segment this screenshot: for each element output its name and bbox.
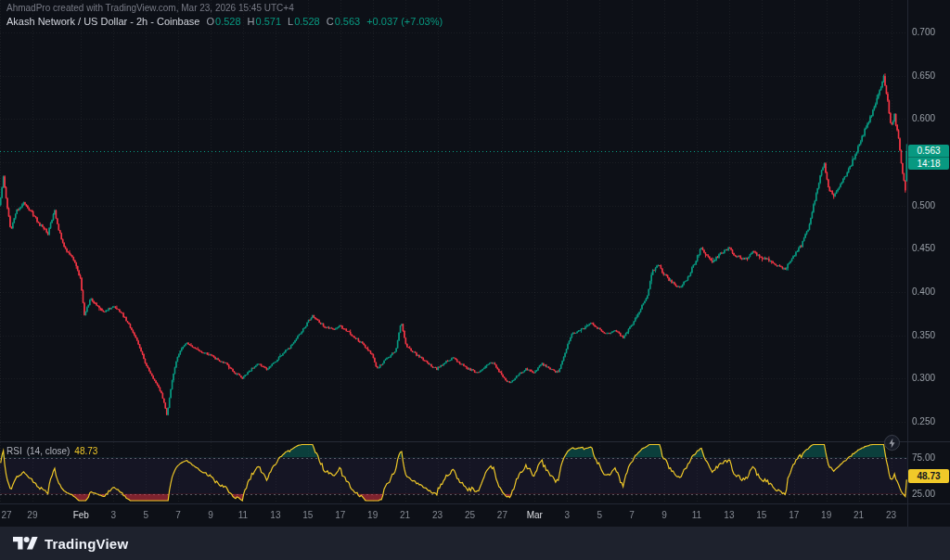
- time-tick-label: 23: [432, 510, 443, 520]
- price-tick-label: 0.450: [912, 243, 935, 254]
- price-tick-label: 0.400: [912, 286, 935, 298]
- ohlc-low: L0.528: [288, 16, 320, 27]
- bar-countdown: 14:18: [908, 157, 949, 170]
- rsi-value-badge: 48.73: [908, 469, 949, 483]
- time-tick-label: 21: [400, 510, 410, 520]
- time-tick-label: 13: [724, 510, 734, 520]
- symbol-title[interactable]: Akash Network / US Dollar - 2h - Coinbas…: [6, 16, 199, 27]
- tradingview-wordmark: TradingView: [45, 536, 128, 552]
- time-tick-label: 21: [854, 510, 864, 520]
- pane-quick-action-button[interactable]: [884, 435, 900, 451]
- time-tick-label: 11: [238, 510, 248, 520]
- time-tick-label: 23: [886, 510, 896, 520]
- time-tick-label: 3: [564, 510, 570, 520]
- time-tick-label: 19: [367, 510, 378, 520]
- rsi-lower-level-label: 25.00: [912, 489, 935, 500]
- symbol-legend[interactable]: Akash Network / US Dollar - 2h - Coinbas…: [6, 16, 443, 27]
- time-tick-label: 17: [789, 510, 799, 520]
- time-tick-label: 11: [692, 510, 701, 520]
- pane-divider[interactable]: [0, 441, 950, 442]
- candlestick-chart-canvas[interactable]: [0, 0, 950, 560]
- lightning-icon: [888, 438, 896, 449]
- tradingview-logo: [13, 534, 38, 554]
- time-tick-label: 9: [661, 510, 667, 520]
- price-tick-label: 0.250: [912, 416, 935, 427]
- price-tick-label: 0.300: [912, 373, 935, 384]
- tradingview-link[interactable]: TradingView: [13, 534, 128, 554]
- time-tick-label: 15: [302, 510, 313, 520]
- time-axis[interactable]: 2729Feb3579111315171921232527Mar35791113…: [0, 504, 907, 527]
- tradingview-chart-window: AhmadPro created with TradingView.com, M…: [0, 0, 950, 560]
- time-tick-label: 5: [143, 510, 148, 520]
- time-tick-label: 3: [110, 510, 116, 520]
- time-tick-label: 5: [597, 510, 602, 520]
- time-tick-label: 9: [208, 510, 213, 520]
- price-axis[interactable]: 0.7000.6500.6000.5500.5000.4500.4000.350…: [907, 0, 950, 503]
- time-tick-label: 25: [465, 510, 475, 520]
- time-tick-label: 7: [629, 510, 635, 520]
- ohlc-high: H0.571: [248, 16, 281, 27]
- ohlc-change: +0.037 (+7.03%): [366, 16, 443, 27]
- rsi-params: (14, close): [27, 446, 71, 456]
- time-tick-label: 7: [175, 510, 181, 520]
- ohlc-close: C0.563: [327, 16, 360, 27]
- rsi-upper-level-label: 75.00: [912, 452, 935, 464]
- rsi-current-value: 48.73: [74, 446, 97, 456]
- time-tick-label: 15: [756, 510, 766, 520]
- time-tick-label: 27: [1, 510, 11, 520]
- rsi-title: RSI: [6, 446, 22, 456]
- time-tick-label: 19: [821, 510, 831, 520]
- time-tick-label: Mar: [527, 510, 543, 520]
- time-tick-label: 27: [497, 510, 507, 520]
- price-tick-label: 0.700: [912, 27, 935, 38]
- ohlc-open: O0.528: [206, 16, 240, 27]
- bottom-bar: TradingView: [0, 527, 950, 560]
- price-tick-label: 0.600: [912, 113, 935, 124]
- price-tick-label: 0.650: [912, 70, 935, 82]
- price-tick-label: 0.350: [912, 330, 935, 341]
- last-price-badge: 0.563 14:18: [908, 145, 949, 170]
- time-tick-label: 13: [270, 510, 280, 520]
- rsi-legend[interactable]: RSI (14, close) 48.73: [6, 446, 97, 456]
- last-price-value: 0.563: [908, 145, 949, 157]
- price-tick-label: 0.500: [912, 200, 935, 211]
- watermark-text: AhmadPro created with TradingView.com, M…: [6, 3, 294, 13]
- time-tick-label: 29: [27, 510, 37, 520]
- time-tick-label: 17: [335, 510, 345, 520]
- time-tick-label: Feb: [73, 510, 89, 520]
